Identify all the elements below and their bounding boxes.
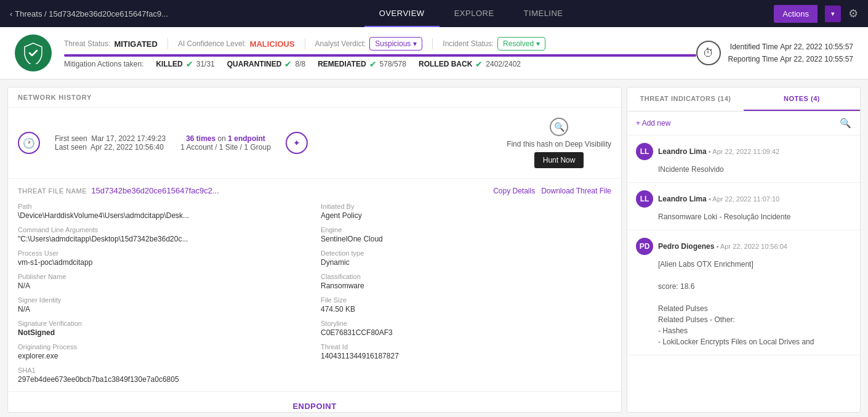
chevron-down-icon-2: ▾ xyxy=(536,39,540,48)
storyline-label: Storyline xyxy=(321,320,611,327)
first-seen-value: Mar 17, 2022 17:49:23 xyxy=(91,134,166,143)
main-content: NETWORK HISTORY 🕐 First seen Mar 17, 202… xyxy=(0,79,868,417)
divider-1 xyxy=(167,38,168,49)
actions-dropdown-button[interactable]: ▾ xyxy=(825,6,841,22)
hunt-section: 🔍 Find this hash on Deep Visibility Hunt… xyxy=(507,118,611,168)
note-item: LL Leandro Lima • Apr 22, 2022 11:09:42 … xyxy=(627,136,860,183)
check-circle-icon: ✔ xyxy=(186,59,193,69)
hunt-now-button[interactable]: Hunt Now xyxy=(534,152,584,168)
ai-confidence-label: AI Confidence Level: xyxy=(178,39,246,48)
engine-field: Engine SentinelOne Cloud xyxy=(321,226,611,243)
path-value: \Device\HarddiskVolume4\Users\admdcitapp… xyxy=(18,211,308,220)
nav-tabs: OVERVIEW EXPLORE TIMELINE xyxy=(364,0,578,27)
note-body: INcidente Resolvido xyxy=(636,164,851,175)
note-item: PD Pedro Diogenes • Apr 22, 2022 10:56:0… xyxy=(627,230,860,355)
endpoint-section: ENDPOINT xyxy=(8,391,621,413)
left-panel: NETWORK HISTORY 🕐 First seen Mar 17, 202… xyxy=(7,87,622,413)
mitigation-label: Mitigation Actions taken: xyxy=(64,60,143,68)
note-time: • Apr 22, 2022 11:07:10 xyxy=(709,195,779,203)
sig-verify-value: NotSigned xyxy=(18,328,308,337)
incident-status-select[interactable]: Resolved ▾ xyxy=(497,37,545,51)
note-author: Pedro Diogenes xyxy=(658,242,714,251)
download-threat-file-button[interactable]: Download Threat File xyxy=(541,187,611,195)
process-user-value: vm-s1-poc\admdcitapp xyxy=(18,258,308,267)
shield-icon xyxy=(15,34,52,71)
note-author-row: LL Leandro Lima • Apr 22, 2022 11:09:42 xyxy=(636,143,851,160)
note-author-info: Leandro Lima • Apr 22, 2022 11:07:10 xyxy=(658,195,779,203)
status-row-top: Threat Status: MITIGATED AI Confidence L… xyxy=(64,37,696,51)
tab-explore[interactable]: EXPLORE xyxy=(440,0,509,27)
copy-details-button[interactable]: Copy Details xyxy=(493,187,535,195)
tab-notes[interactable]: NOTES (4) xyxy=(744,87,860,111)
analyst-verdict-select[interactable]: Suspicious ▾ xyxy=(369,37,422,51)
avatar: PD xyxy=(636,238,653,255)
ai-confidence-value: MALICIOUS xyxy=(250,39,295,49)
clock-icon: 🕐 xyxy=(18,132,40,154)
chevron-left-icon: ‹ xyxy=(10,9,12,18)
progress-bar xyxy=(64,54,696,57)
path-label: Path xyxy=(18,203,308,210)
account-info: 1 Account / 1 Site / 1 Group xyxy=(180,143,271,152)
detection-type-field: Detection type Dynamic xyxy=(321,249,611,267)
progress-bar-fill xyxy=(64,54,696,57)
sig-verify-label: Signature Verification xyxy=(18,320,308,327)
tf-title-group: THREAT FILE NAME 15d7342be36d20ce615647f… xyxy=(18,186,219,195)
publisher-field: Publisher Name N/A xyxy=(18,273,308,290)
identified-time-label: Identified Time xyxy=(730,43,778,51)
tab-timeline[interactable]: TIMELINE xyxy=(509,0,578,27)
classification-field: Classification Ransomware xyxy=(321,273,611,290)
tf-label: THREAT FILE NAME xyxy=(18,187,87,195)
threat-status-label: Threat Status: xyxy=(64,39,110,48)
identified-time-value: Apr 22, 2022 10:55:57 xyxy=(780,43,853,51)
note-body: [Alien Labs OTX Enrichment] score: 18.6 … xyxy=(636,259,851,347)
ai-confidence-item: AI Confidence Level: MALICIOUS xyxy=(178,39,295,49)
killed-item: KILLED ✔ 31/31 xyxy=(156,59,214,69)
note-time: • Apr 22, 2022 10:56:04 xyxy=(717,243,787,250)
reporting-time-value: Apr 22, 2022 10:55:57 xyxy=(780,55,853,63)
threat-id-label: Threat Id xyxy=(321,343,611,350)
breadcrumb-text: Threats / 15d7342be36d20ce615647fac9... xyxy=(15,9,168,18)
signer-label: Signer Identity xyxy=(18,296,308,304)
check-circle-icon-3: ✔ xyxy=(369,59,377,69)
threat-id-value: 1404311344916187827 xyxy=(321,352,611,360)
file-size-field: File Size 474.50 KB xyxy=(321,296,611,314)
note-author-info: Pedro Diogenes • Apr 22, 2022 10:56:04 xyxy=(658,242,787,251)
network-history-row: 🕐 First seen Mar 17, 2022 17:49:23 Last … xyxy=(18,118,611,168)
note-item: LL Leandro Lima • Apr 22, 2022 11:07:10 … xyxy=(627,183,860,230)
threat-status-value: MITIGATED xyxy=(114,39,158,49)
signer-field: Signer Identity N/A xyxy=(18,296,308,314)
compass-icon: ✦ xyxy=(286,132,308,154)
nav-right: Actions ▾ ⚙ xyxy=(774,5,858,23)
orig-process-value: explorer.exe xyxy=(18,352,308,360)
process-user-field: Process User vm-s1-poc\admdcitapp xyxy=(18,249,308,267)
storyline-value: C0E76831CCF80AF3 xyxy=(321,328,611,337)
tab-overview[interactable]: OVERVIEW xyxy=(364,0,440,27)
timer-icon: ⏱ xyxy=(696,41,721,65)
sha1-value: 297eb4dee673ee0bcb7ba1c3849f130e7a0c6805 xyxy=(18,375,611,384)
cmd-value: "C:\Users\admdcitapp\Desktop\15d7342be36… xyxy=(18,235,308,243)
seen-dates: First seen Mar 17, 2022 17:49:23 Last se… xyxy=(55,134,166,152)
times-count: 36 times xyxy=(186,134,215,143)
gear-icon[interactable]: ⚙ xyxy=(848,7,858,20)
incident-status-label: Incident Status: xyxy=(443,39,494,48)
last-seen-label: Last seen xyxy=(55,143,87,152)
notes-header: + Add new 🔍 xyxy=(627,111,860,136)
process-user-label: Process User xyxy=(18,249,308,257)
add-new-button[interactable]: + Add new xyxy=(636,119,670,128)
sig-verify-field: Signature Verification NotSigned xyxy=(18,320,308,337)
note-time: • Apr 22, 2022 11:09:42 xyxy=(709,148,779,155)
threat-file-section: THREAT FILE NAME 15d7342be36d20ce615647f… xyxy=(8,179,621,391)
tab-threat-indicators[interactable]: THREAT INDICATORS (14) xyxy=(627,87,744,111)
network-history-header: NETWORK HISTORY xyxy=(8,87,621,108)
remediated-item: REMEDIATED ✔ 578/578 xyxy=(318,59,406,69)
status-details: Threat Status: MITIGATED AI Confidence L… xyxy=(64,37,696,69)
actions-button[interactable]: Actions xyxy=(774,5,818,23)
top-navigation: ‹ Threats / 15d7342be36d20ce615647fac9..… xyxy=(0,0,868,27)
file-size-value: 474.50 KB xyxy=(321,305,611,314)
search-deep-icon: 🔍 xyxy=(550,118,568,136)
right-panel-tabs: THREAT INDICATORS (14) NOTES (4) xyxy=(627,87,860,111)
search-notes-button[interactable]: 🔍 xyxy=(840,118,851,129)
analyst-verdict-label: Analyst Verdict: xyxy=(315,39,366,48)
cmd-label: Command Line Arguments xyxy=(18,226,308,233)
mitigation-row: Mitigation Actions taken: KILLED ✔ 31/31… xyxy=(64,59,696,69)
